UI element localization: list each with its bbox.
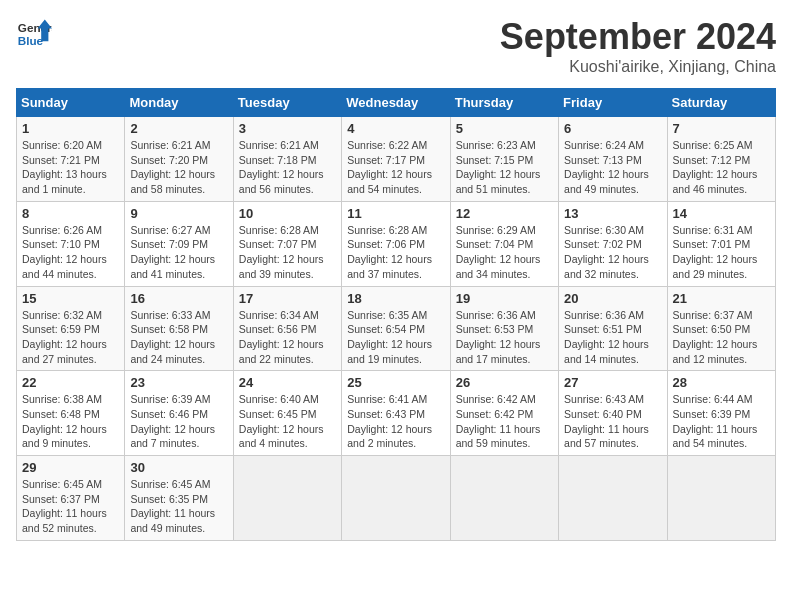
day-number: 17 [239, 291, 336, 306]
day-number: 8 [22, 206, 119, 221]
calendar-cell: 7Sunrise: 6:25 AM Sunset: 7:12 PM Daylig… [667, 117, 775, 202]
day-number: 16 [130, 291, 227, 306]
calendar-cell: 12Sunrise: 6:29 AM Sunset: 7:04 PM Dayli… [450, 201, 558, 286]
calendar-cell: 17Sunrise: 6:34 AM Sunset: 6:56 PM Dayli… [233, 286, 341, 371]
day-number: 19 [456, 291, 553, 306]
day-info: Sunrise: 6:27 AM Sunset: 7:09 PM Dayligh… [130, 223, 227, 282]
day-header-tuesday: Tuesday [233, 89, 341, 117]
calendar-cell: 27Sunrise: 6:43 AM Sunset: 6:40 PM Dayli… [559, 371, 667, 456]
calendar-cell: 1Sunrise: 6:20 AM Sunset: 7:21 PM Daylig… [17, 117, 125, 202]
day-info: Sunrise: 6:28 AM Sunset: 7:06 PM Dayligh… [347, 223, 444, 282]
day-info: Sunrise: 6:30 AM Sunset: 7:02 PM Dayligh… [564, 223, 661, 282]
calendar-body: 1Sunrise: 6:20 AM Sunset: 7:21 PM Daylig… [17, 117, 776, 541]
title-block: September 2024 Kuoshi'airike, Xinjiang, … [500, 16, 776, 76]
calendar-cell: 14Sunrise: 6:31 AM Sunset: 7:01 PM Dayli… [667, 201, 775, 286]
day-number: 7 [673, 121, 770, 136]
day-number: 10 [239, 206, 336, 221]
day-number: 25 [347, 375, 444, 390]
day-info: Sunrise: 6:36 AM Sunset: 6:51 PM Dayligh… [564, 308, 661, 367]
calendar-cell: 4Sunrise: 6:22 AM Sunset: 7:17 PM Daylig… [342, 117, 450, 202]
day-number: 22 [22, 375, 119, 390]
day-info: Sunrise: 6:22 AM Sunset: 7:17 PM Dayligh… [347, 138, 444, 197]
page-header: General Blue September 2024 Kuoshi'airik… [16, 16, 776, 76]
day-number: 29 [22, 460, 119, 475]
calendar-cell: 21Sunrise: 6:37 AM Sunset: 6:50 PM Dayli… [667, 286, 775, 371]
day-info: Sunrise: 6:20 AM Sunset: 7:21 PM Dayligh… [22, 138, 119, 197]
day-number: 21 [673, 291, 770, 306]
calendar-cell [667, 456, 775, 541]
day-info: Sunrise: 6:34 AM Sunset: 6:56 PM Dayligh… [239, 308, 336, 367]
day-header-sunday: Sunday [17, 89, 125, 117]
day-number: 24 [239, 375, 336, 390]
calendar-cell: 20Sunrise: 6:36 AM Sunset: 6:51 PM Dayli… [559, 286, 667, 371]
day-info: Sunrise: 6:36 AM Sunset: 6:53 PM Dayligh… [456, 308, 553, 367]
day-info: Sunrise: 6:39 AM Sunset: 6:46 PM Dayligh… [130, 392, 227, 451]
day-number: 9 [130, 206, 227, 221]
calendar-week-4: 22Sunrise: 6:38 AM Sunset: 6:48 PM Dayli… [17, 371, 776, 456]
calendar-cell: 5Sunrise: 6:23 AM Sunset: 7:15 PM Daylig… [450, 117, 558, 202]
calendar-cell [233, 456, 341, 541]
logo: General Blue [16, 16, 52, 52]
day-info: Sunrise: 6:44 AM Sunset: 6:39 PM Dayligh… [673, 392, 770, 451]
day-number: 26 [456, 375, 553, 390]
day-number: 5 [456, 121, 553, 136]
calendar-table: SundayMondayTuesdayWednesdayThursdayFrid… [16, 88, 776, 541]
day-header-wednesday: Wednesday [342, 89, 450, 117]
calendar-cell: 8Sunrise: 6:26 AM Sunset: 7:10 PM Daylig… [17, 201, 125, 286]
day-info: Sunrise: 6:37 AM Sunset: 6:50 PM Dayligh… [673, 308, 770, 367]
calendar-cell: 19Sunrise: 6:36 AM Sunset: 6:53 PM Dayli… [450, 286, 558, 371]
day-number: 13 [564, 206, 661, 221]
day-info: Sunrise: 6:21 AM Sunset: 7:18 PM Dayligh… [239, 138, 336, 197]
day-number: 1 [22, 121, 119, 136]
svg-text:Blue: Blue [18, 34, 44, 47]
calendar-cell: 24Sunrise: 6:40 AM Sunset: 6:45 PM Dayli… [233, 371, 341, 456]
day-header-monday: Monday [125, 89, 233, 117]
day-info: Sunrise: 6:28 AM Sunset: 7:07 PM Dayligh… [239, 223, 336, 282]
location: Kuoshi'airike, Xinjiang, China [500, 58, 776, 76]
day-info: Sunrise: 6:33 AM Sunset: 6:58 PM Dayligh… [130, 308, 227, 367]
day-info: Sunrise: 6:23 AM Sunset: 7:15 PM Dayligh… [456, 138, 553, 197]
calendar-cell: 6Sunrise: 6:24 AM Sunset: 7:13 PM Daylig… [559, 117, 667, 202]
calendar-cell: 9Sunrise: 6:27 AM Sunset: 7:09 PM Daylig… [125, 201, 233, 286]
day-info: Sunrise: 6:45 AM Sunset: 6:37 PM Dayligh… [22, 477, 119, 536]
calendar-cell: 26Sunrise: 6:42 AM Sunset: 6:42 PM Dayli… [450, 371, 558, 456]
calendar-cell: 30Sunrise: 6:45 AM Sunset: 6:35 PM Dayli… [125, 456, 233, 541]
calendar-cell: 25Sunrise: 6:41 AM Sunset: 6:43 PM Dayli… [342, 371, 450, 456]
day-header-friday: Friday [559, 89, 667, 117]
calendar-cell: 28Sunrise: 6:44 AM Sunset: 6:39 PM Dayli… [667, 371, 775, 456]
day-info: Sunrise: 6:41 AM Sunset: 6:43 PM Dayligh… [347, 392, 444, 451]
day-info: Sunrise: 6:25 AM Sunset: 7:12 PM Dayligh… [673, 138, 770, 197]
calendar-header-row: SundayMondayTuesdayWednesdayThursdayFrid… [17, 89, 776, 117]
day-number: 4 [347, 121, 444, 136]
calendar-cell: 2Sunrise: 6:21 AM Sunset: 7:20 PM Daylig… [125, 117, 233, 202]
day-number: 14 [673, 206, 770, 221]
day-info: Sunrise: 6:21 AM Sunset: 7:20 PM Dayligh… [130, 138, 227, 197]
calendar-cell [450, 456, 558, 541]
calendar-cell: 15Sunrise: 6:32 AM Sunset: 6:59 PM Dayli… [17, 286, 125, 371]
calendar-cell [559, 456, 667, 541]
day-header-saturday: Saturday [667, 89, 775, 117]
day-number: 28 [673, 375, 770, 390]
day-info: Sunrise: 6:40 AM Sunset: 6:45 PM Dayligh… [239, 392, 336, 451]
calendar-cell: 13Sunrise: 6:30 AM Sunset: 7:02 PM Dayli… [559, 201, 667, 286]
calendar-cell [342, 456, 450, 541]
day-info: Sunrise: 6:32 AM Sunset: 6:59 PM Dayligh… [22, 308, 119, 367]
month-title: September 2024 [500, 16, 776, 58]
calendar-cell: 29Sunrise: 6:45 AM Sunset: 6:37 PM Dayli… [17, 456, 125, 541]
day-info: Sunrise: 6:35 AM Sunset: 6:54 PM Dayligh… [347, 308, 444, 367]
calendar-cell: 18Sunrise: 6:35 AM Sunset: 6:54 PM Dayli… [342, 286, 450, 371]
day-number: 6 [564, 121, 661, 136]
day-number: 12 [456, 206, 553, 221]
calendar-cell: 11Sunrise: 6:28 AM Sunset: 7:06 PM Dayli… [342, 201, 450, 286]
day-info: Sunrise: 6:31 AM Sunset: 7:01 PM Dayligh… [673, 223, 770, 282]
day-number: 18 [347, 291, 444, 306]
day-info: Sunrise: 6:26 AM Sunset: 7:10 PM Dayligh… [22, 223, 119, 282]
day-number: 20 [564, 291, 661, 306]
calendar-cell: 3Sunrise: 6:21 AM Sunset: 7:18 PM Daylig… [233, 117, 341, 202]
day-header-thursday: Thursday [450, 89, 558, 117]
day-number: 15 [22, 291, 119, 306]
calendar-week-2: 8Sunrise: 6:26 AM Sunset: 7:10 PM Daylig… [17, 201, 776, 286]
day-info: Sunrise: 6:45 AM Sunset: 6:35 PM Dayligh… [130, 477, 227, 536]
day-number: 30 [130, 460, 227, 475]
calendar-cell: 22Sunrise: 6:38 AM Sunset: 6:48 PM Dayli… [17, 371, 125, 456]
